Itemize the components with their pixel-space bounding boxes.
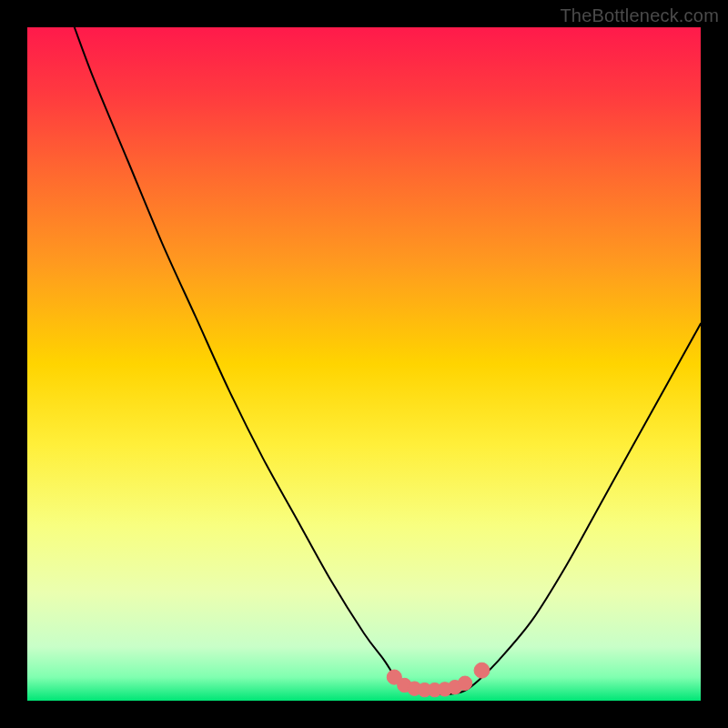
gradient-background (27, 27, 701, 701)
plot-area (27, 27, 701, 701)
chart-svg (27, 27, 701, 701)
chart-frame: TheBottleneck.com (0, 0, 728, 728)
watermark-text: TheBottleneck.com (560, 5, 719, 26)
curve-marker (474, 662, 490, 678)
curve-marker (458, 676, 471, 690)
